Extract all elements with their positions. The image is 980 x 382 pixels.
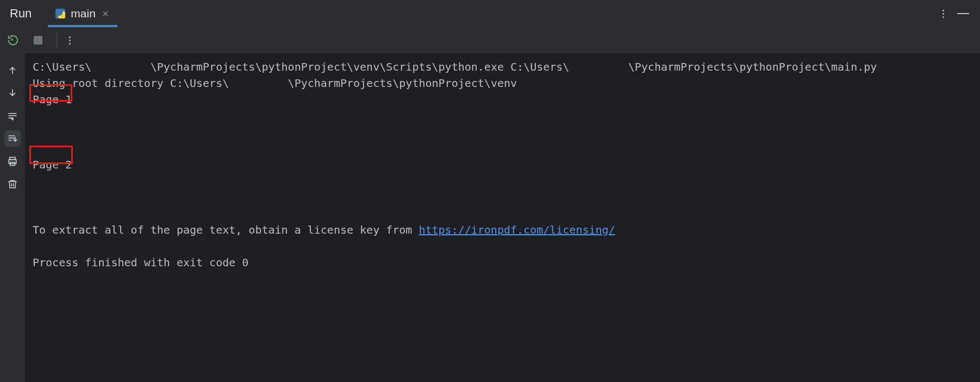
console-line: Page 1 <box>33 93 72 106</box>
up-stack-icon[interactable] <box>4 62 21 78</box>
tab-main[interactable]: main × <box>48 0 117 27</box>
license-link[interactable]: https://ironpdf.com/licensing/ <box>419 223 615 236</box>
stop-button[interactable] <box>30 33 46 48</box>
console-output[interactable]: C:\Users\ \PycharmProjects\pythonProject… <box>25 53 980 382</box>
console-line: Process finished with exit code 0 <box>33 256 248 269</box>
scroll-to-end-icon[interactable] <box>4 130 21 147</box>
run-panel-header: Run main × <box>0 0 980 27</box>
console-gutter <box>0 53 25 382</box>
minimize-panel-icon[interactable] <box>957 13 969 14</box>
python-icon <box>55 9 65 18</box>
console-line: Page 2 <box>33 158 72 171</box>
svg-marker-0 <box>11 38 14 41</box>
options-menu-icon[interactable] <box>939 7 947 21</box>
rerun-button[interactable] <box>5 33 21 48</box>
tab-label: main <box>71 7 96 20</box>
console-line: Using root directory C:\Users\ \PycharmP… <box>33 77 517 90</box>
close-tab-icon[interactable]: × <box>101 7 110 20</box>
more-actions-icon[interactable] <box>67 34 73 47</box>
trash-icon[interactable] <box>4 176 21 192</box>
console-line: C:\Users\ \PycharmProjects\pythonProject… <box>33 60 877 73</box>
panel-title: Run <box>10 0 48 27</box>
soft-wrap-icon[interactable] <box>4 108 21 124</box>
print-icon[interactable] <box>4 153 21 170</box>
down-stack-icon[interactable] <box>4 85 21 101</box>
run-toolbar <box>0 27 980 53</box>
console-line: To extract all of the page text, obtain … <box>33 223 615 236</box>
toolbar-separator <box>57 33 57 48</box>
